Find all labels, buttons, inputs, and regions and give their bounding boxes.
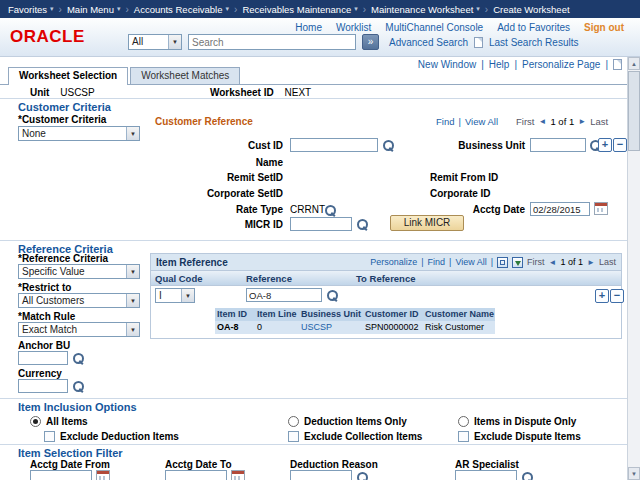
breadcrumb-item-maintenance-worksheet[interactable]: Maintenance Worksheet▾: [371, 4, 480, 15]
tab-worksheet-selection[interactable]: Worksheet Selection: [8, 67, 128, 85]
customer-criteria-select[interactable]: None ▼: [18, 126, 140, 141]
worklist-link[interactable]: Worklist: [336, 22, 371, 33]
help-link[interactable]: Help: [489, 59, 510, 70]
breadcrumb-item-main-menu[interactable]: Main Menu▾: [67, 4, 121, 15]
add-row-button[interactable]: +: [595, 289, 609, 303]
view-all-link[interactable]: View All: [455, 257, 486, 267]
http-page-icon[interactable]: [613, 59, 622, 70]
breadcrumb-item-accounts-receivable[interactable]: Accounts Receivable▾: [134, 4, 229, 15]
previous-row-icon[interactable]: ◄: [539, 117, 547, 126]
search-bar: All ▼ » Advanced Search Last Search Resu…: [128, 34, 578, 50]
restrict-to-select[interactable]: All Customers ▼: [18, 293, 140, 308]
new-window-link[interactable]: New Window: [418, 59, 476, 70]
next-row-icon[interactable]: ►: [578, 117, 586, 126]
advanced-search-link[interactable]: Advanced Search: [389, 37, 468, 48]
header: ORACLE Home Worklist MultiChannel Consol…: [0, 18, 640, 57]
acctg-date-from-input[interactable]: [30, 470, 92, 480]
divider: [0, 98, 627, 99]
micr-id-input[interactable]: [290, 217, 352, 231]
view-all-link[interactable]: View All: [465, 116, 498, 127]
find-link[interactable]: Find: [428, 257, 446, 267]
checkbox-exclude-collection-items[interactable]: [288, 431, 299, 442]
home-link[interactable]: Home: [295, 22, 322, 33]
cust-id-input[interactable]: [290, 138, 378, 152]
download-icon[interactable]: [512, 257, 523, 268]
chevron-down-icon: ▾: [50, 5, 54, 13]
checkbox-exclude-dispute-items-label: Exclude Dispute Items: [474, 431, 581, 442]
reference-input[interactable]: [246, 288, 322, 302]
breadcrumb-item-receivables-maintenance[interactable]: Receivables Maintenance▾: [242, 4, 357, 15]
add-row-button[interactable]: +: [598, 138, 612, 152]
ar-specialist-input[interactable]: [455, 470, 517, 480]
grid-column-headers: Qual Code Reference To Reference: [151, 271, 621, 286]
currency-lookup-icon[interactable]: [72, 380, 85, 393]
qual-code-select[interactable]: I ▼: [155, 288, 195, 303]
business-unit-value[interactable]: USCSP: [299, 321, 363, 334]
radio-deduction-items-only[interactable]: [288, 416, 299, 427]
search-go-button[interactable]: »: [362, 34, 379, 50]
currency-input[interactable]: [18, 379, 68, 393]
ar-specialist-lookup-icon[interactable]: [521, 471, 534, 480]
column-header-business-unit: Business Unit: [299, 308, 363, 321]
scroll-up-button[interactable]: ▲: [628, 57, 640, 70]
sign-out-link[interactable]: Sign out: [584, 22, 624, 33]
column-header-to-reference: To Reference: [356, 273, 415, 284]
business-unit-input[interactable]: [530, 138, 586, 152]
checkbox-exclude-collection-items-label: Exclude Collection Items: [304, 431, 422, 442]
micr-id-lookup-icon[interactable]: [356, 218, 369, 231]
deduction-reason-input[interactable]: [290, 470, 352, 480]
personalize-link[interactable]: Personalize: [370, 257, 417, 267]
first-link[interactable]: First: [527, 257, 545, 267]
search-input[interactable]: [188, 34, 356, 50]
scroll-down-button[interactable]: ▼: [628, 467, 640, 480]
anchor-bu-lookup-icon[interactable]: [72, 352, 85, 365]
customer-criteria-value: None: [19, 127, 126, 140]
acctg-date-to-input[interactable]: [165, 470, 227, 480]
tab-worksheet-matches[interactable]: Worksheet Matches: [130, 67, 240, 84]
customer-reference-pager: Find | View All First ◄ 1 of 1 ► Last: [436, 116, 608, 127]
delete-row-button[interactable]: −: [610, 289, 624, 303]
reference-criteria-select[interactable]: Specific Value ▼: [18, 264, 140, 279]
rate-type-lookup-icon[interactable]: [324, 204, 337, 217]
find-link[interactable]: Find: [436, 116, 454, 127]
personalize-page-link[interactable]: Personalize Page: [522, 59, 600, 70]
acctg-date-input[interactable]: [530, 202, 590, 216]
add-to-favorites-link[interactable]: Add to Favorites: [497, 22, 570, 33]
deduction-reason-lookup-icon[interactable]: [356, 471, 369, 480]
breadcrumb-item-favorites[interactable]: Favorites▾: [8, 4, 54, 15]
cust-id-lookup-icon[interactable]: [382, 139, 395, 152]
acctg-date-to-calendar-icon[interactable]: [231, 470, 245, 480]
link-micr-button[interactable]: Link MICR: [390, 215, 464, 231]
radio-items-in-dispute-only[interactable]: [458, 416, 469, 427]
breadcrumb-label: Create Worksheet: [493, 4, 569, 15]
unit-label: Unit: [30, 87, 49, 98]
reference-criteria-label: *Reference Criteria: [18, 253, 108, 264]
vertical-scrollbar[interactable]: ▲ ▼: [627, 57, 640, 480]
name-label: Name: [175, 157, 283, 168]
previous-row-icon[interactable]: ◄: [549, 258, 557, 267]
zoom-grid-icon[interactable]: [497, 257, 508, 268]
delete-row-button[interactable]: −: [613, 138, 627, 152]
last-search-results-link[interactable]: Last Search Results: [489, 37, 579, 48]
grid-row: I ▼ + −: [151, 286, 621, 306]
last-link[interactable]: Last: [590, 116, 608, 127]
scrollbar-thumb[interactable]: [628, 71, 640, 151]
radio-all-items[interactable]: [30, 416, 41, 427]
reference-lookup-icon[interactable]: [326, 289, 339, 302]
radio-deduction-items-only-label: Deduction Items Only: [304, 416, 407, 427]
last-link[interactable]: Last: [599, 257, 616, 267]
currency-label: Currency: [18, 368, 62, 379]
breadcrumb-separator-icon: ›: [59, 4, 62, 15]
checkbox-exclude-deduction-items[interactable]: [44, 431, 55, 442]
search-scope-select[interactable]: All ▼: [128, 34, 182, 50]
restrict-to-label: *Restrict to: [18, 282, 71, 293]
acctg-date-from-calendar-icon[interactable]: [96, 470, 110, 480]
row-position: 1 of 1: [561, 257, 584, 267]
anchor-bu-input[interactable]: [18, 351, 68, 365]
checkbox-exclude-dispute-items[interactable]: [458, 431, 469, 442]
acctg-date-calendar-icon[interactable]: [594, 202, 608, 215]
match-rule-select[interactable]: Exact Match ▼: [18, 322, 140, 337]
next-row-icon[interactable]: ►: [587, 258, 595, 267]
multichannel-console-link[interactable]: MultiChannel Console: [385, 22, 483, 33]
first-link[interactable]: First: [516, 116, 534, 127]
